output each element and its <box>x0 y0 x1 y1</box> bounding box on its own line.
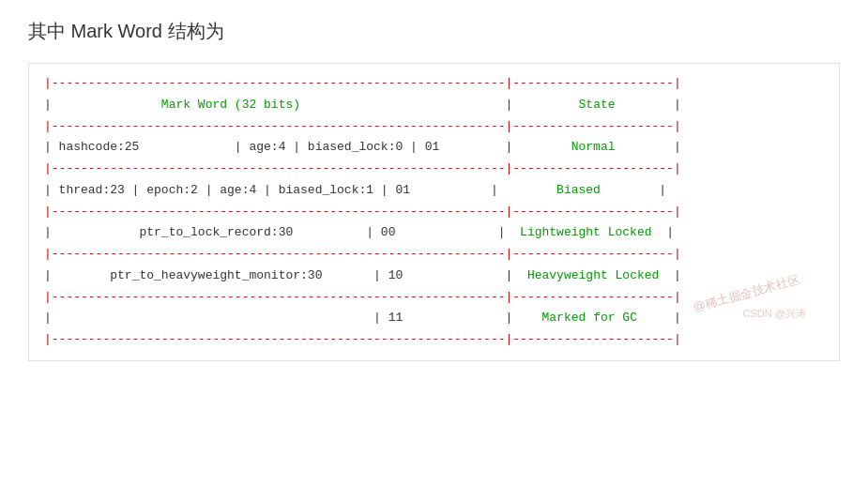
mark-word-table: |---------------------------------------… <box>28 63 840 361</box>
table-content: |---------------------------------------… <box>44 73 824 351</box>
page-title: 其中 Mark Word 结构为 <box>28 19 840 44</box>
page-container: 其中 Mark Word 结构为 |----------------------… <box>0 0 868 486</box>
